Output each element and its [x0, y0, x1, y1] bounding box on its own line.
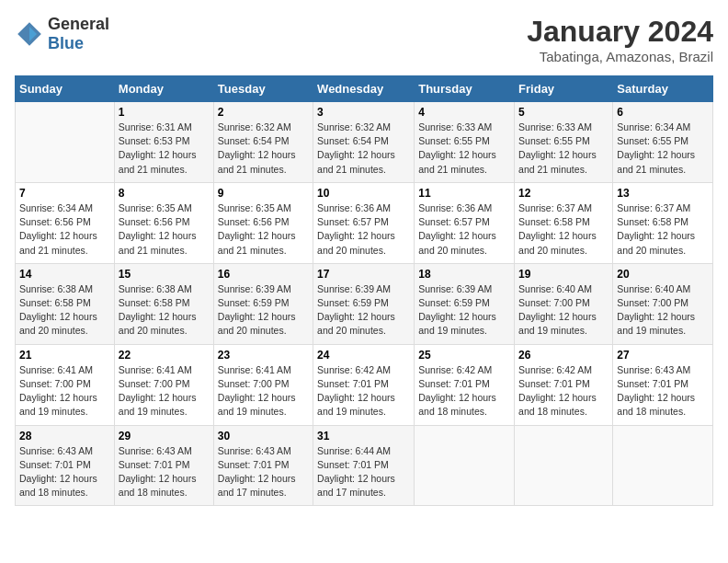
calendar-subtitle: Tabatinga, Amazonas, Brazil: [527, 49, 713, 64]
page-header: General Blue January 2024 Tabatinga, Ama…: [15, 15, 713, 64]
calendar-cell: 20Sunrise: 6:40 AMSunset: 7:00 PMDayligh…: [613, 263, 713, 344]
calendar-cell: 26Sunrise: 6:42 AMSunset: 7:01 PMDayligh…: [515, 344, 613, 425]
day-number: 1: [119, 106, 210, 119]
day-number: 14: [19, 268, 110, 281]
logo-icon: [15, 19, 44, 49]
calendar-week-1: 1Sunrise: 6:31 AMSunset: 6:53 PMDaylight…: [16, 102, 713, 183]
calendar-cell: 14Sunrise: 6:38 AMSunset: 6:58 PMDayligh…: [16, 263, 115, 344]
day-info: Sunrise: 6:36 AMSunset: 6:57 PMDaylight:…: [418, 201, 510, 258]
day-info: Sunrise: 6:41 AMSunset: 7:00 PMDaylight:…: [119, 363, 210, 419]
day-number: 20: [617, 268, 709, 281]
calendar-header-row: Sunday Monday Tuesday Wednesday Thursday…: [16, 76, 713, 102]
title-block: January 2024 Tabatinga, Amazonas, Brazil: [527, 15, 713, 64]
calendar-cell: 22Sunrise: 6:41 AMSunset: 7:00 PMDayligh…: [114, 344, 213, 425]
col-tuesday: Tuesday: [213, 76, 313, 102]
day-number: 23: [218, 349, 309, 362]
calendar-cell: 11Sunrise: 6:36 AMSunset: 6:57 PMDayligh…: [415, 182, 515, 263]
day-number: 8: [119, 187, 210, 200]
calendar-cell: 29Sunrise: 6:43 AMSunset: 7:01 PMDayligh…: [114, 425, 213, 506]
day-info: Sunrise: 6:44 AMSunset: 7:01 PMDaylight:…: [317, 444, 410, 500]
day-number: 24: [317, 349, 410, 362]
day-info: Sunrise: 6:36 AMSunset: 6:57 PMDaylight:…: [317, 201, 410, 258]
day-info: Sunrise: 6:39 AMSunset: 6:59 PMDaylight:…: [218, 282, 309, 339]
day-info: Sunrise: 6:35 AMSunset: 6:56 PMDaylight:…: [218, 201, 309, 258]
calendar-cell: 3Sunrise: 6:32 AMSunset: 6:54 PMDaylight…: [313, 102, 415, 183]
calendar-cell: 8Sunrise: 6:35 AMSunset: 6:56 PMDaylight…: [114, 182, 213, 263]
calendar-cell: 25Sunrise: 6:42 AMSunset: 7:01 PMDayligh…: [415, 344, 515, 425]
calendar-cell: 24Sunrise: 6:42 AMSunset: 7:01 PMDayligh…: [313, 344, 415, 425]
day-number: 16: [218, 268, 309, 281]
day-info: Sunrise: 6:37 AMSunset: 6:58 PMDaylight:…: [518, 201, 609, 258]
logo: General Blue: [15, 15, 109, 53]
calendar-cell: 4Sunrise: 6:33 AMSunset: 6:55 PMDaylight…: [415, 102, 515, 183]
calendar-cell: 27Sunrise: 6:43 AMSunset: 7:01 PMDayligh…: [613, 344, 713, 425]
day-number: 10: [317, 187, 410, 200]
day-number: 4: [418, 106, 510, 119]
calendar-cell: [16, 102, 115, 183]
day-number: 5: [518, 106, 609, 119]
day-info: Sunrise: 6:32 AMSunset: 6:54 PMDaylight:…: [218, 121, 309, 177]
day-info: Sunrise: 6:34 AMSunset: 6:56 PMDaylight:…: [19, 201, 110, 258]
calendar-cell: 12Sunrise: 6:37 AMSunset: 6:58 PMDayligh…: [515, 182, 613, 263]
calendar-cell: 2Sunrise: 6:32 AMSunset: 6:54 PMDaylight…: [213, 102, 313, 183]
col-wednesday: Wednesday: [313, 76, 415, 102]
day-info: Sunrise: 6:34 AMSunset: 6:55 PMDaylight:…: [617, 121, 709, 177]
day-info: Sunrise: 6:40 AMSunset: 7:00 PMDaylight:…: [518, 282, 609, 339]
day-number: 15: [119, 268, 210, 281]
day-number: 18: [418, 268, 510, 281]
col-saturday: Saturday: [613, 76, 713, 102]
day-info: Sunrise: 6:33 AMSunset: 6:55 PMDaylight:…: [518, 121, 609, 177]
day-info: Sunrise: 6:43 AMSunset: 7:01 PMDaylight:…: [119, 444, 210, 500]
day-number: 6: [617, 106, 709, 119]
calendar-cell: [415, 425, 515, 506]
day-info: Sunrise: 6:43 AMSunset: 7:01 PMDaylight:…: [617, 363, 709, 419]
col-monday: Monday: [114, 76, 213, 102]
day-info: Sunrise: 6:39 AMSunset: 6:59 PMDaylight:…: [317, 282, 410, 339]
calendar-cell: 1Sunrise: 6:31 AMSunset: 6:53 PMDaylight…: [114, 102, 213, 183]
day-info: Sunrise: 6:38 AMSunset: 6:58 PMDaylight:…: [119, 282, 210, 339]
calendar-cell: 23Sunrise: 6:41 AMSunset: 7:00 PMDayligh…: [213, 344, 313, 425]
calendar-cell: 19Sunrise: 6:40 AMSunset: 7:00 PMDayligh…: [515, 263, 613, 344]
calendar-cell: 30Sunrise: 6:43 AMSunset: 7:01 PMDayligh…: [213, 425, 313, 506]
calendar-week-2: 7Sunrise: 6:34 AMSunset: 6:56 PMDaylight…: [16, 182, 713, 263]
day-info: Sunrise: 6:43 AMSunset: 7:01 PMDaylight:…: [218, 444, 309, 500]
calendar-cell: 10Sunrise: 6:36 AMSunset: 6:57 PMDayligh…: [313, 182, 415, 263]
calendar-cell: 13Sunrise: 6:37 AMSunset: 6:58 PMDayligh…: [613, 182, 713, 263]
day-number: 27: [617, 349, 709, 362]
day-info: Sunrise: 6:42 AMSunset: 7:01 PMDaylight:…: [418, 363, 510, 419]
day-number: 28: [19, 430, 110, 442]
day-number: 13: [617, 187, 709, 200]
col-friday: Friday: [515, 76, 613, 102]
calendar-cell: 5Sunrise: 6:33 AMSunset: 6:55 PMDaylight…: [515, 102, 613, 183]
calendar-cell: [515, 425, 613, 506]
day-number: 17: [317, 268, 410, 281]
calendar-cell: 31Sunrise: 6:44 AMSunset: 7:01 PMDayligh…: [313, 425, 415, 506]
calendar-week-3: 14Sunrise: 6:38 AMSunset: 6:58 PMDayligh…: [16, 263, 713, 344]
day-number: 3: [317, 106, 410, 119]
day-info: Sunrise: 6:39 AMSunset: 6:59 PMDaylight:…: [418, 282, 510, 339]
day-info: Sunrise: 6:37 AMSunset: 6:58 PMDaylight:…: [617, 201, 709, 258]
day-info: Sunrise: 6:43 AMSunset: 7:01 PMDaylight:…: [19, 444, 110, 500]
calendar-cell: 18Sunrise: 6:39 AMSunset: 6:59 PMDayligh…: [415, 263, 515, 344]
day-number: 2: [218, 106, 309, 119]
calendar-cell: [613, 425, 713, 506]
calendar-table: Sunday Monday Tuesday Wednesday Thursday…: [15, 75, 713, 506]
calendar-cell: 17Sunrise: 6:39 AMSunset: 6:59 PMDayligh…: [313, 263, 415, 344]
calendar-cell: 6Sunrise: 6:34 AMSunset: 6:55 PMDaylight…: [613, 102, 713, 183]
day-number: 31: [317, 430, 410, 442]
day-info: Sunrise: 6:42 AMSunset: 7:01 PMDaylight:…: [518, 363, 609, 419]
calendar-cell: 16Sunrise: 6:39 AMSunset: 6:59 PMDayligh…: [213, 263, 313, 344]
day-info: Sunrise: 6:42 AMSunset: 7:01 PMDaylight:…: [317, 363, 410, 419]
day-number: 11: [418, 187, 510, 200]
calendar-title: January 2024: [527, 15, 713, 49]
day-number: 19: [518, 268, 609, 281]
day-number: 7: [19, 187, 110, 200]
calendar-week-5: 28Sunrise: 6:43 AMSunset: 7:01 PMDayligh…: [16, 425, 713, 506]
calendar-cell: 21Sunrise: 6:41 AMSunset: 7:00 PMDayligh…: [16, 344, 115, 425]
day-info: Sunrise: 6:35 AMSunset: 6:56 PMDaylight:…: [119, 201, 210, 258]
day-number: 22: [119, 349, 210, 362]
day-number: 25: [418, 349, 510, 362]
day-info: Sunrise: 6:40 AMSunset: 7:00 PMDaylight:…: [617, 282, 709, 339]
calendar-cell: 7Sunrise: 6:34 AMSunset: 6:56 PMDaylight…: [16, 182, 115, 263]
day-info: Sunrise: 6:33 AMSunset: 6:55 PMDaylight:…: [418, 121, 510, 177]
